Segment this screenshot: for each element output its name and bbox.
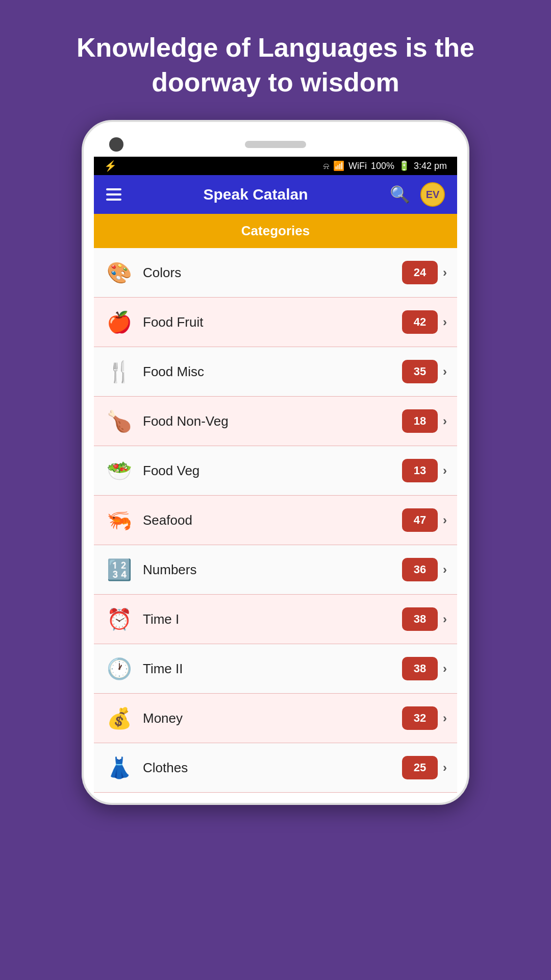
list-item[interactable]: 🍴 Food Misc 35 ›	[94, 347, 457, 397]
phone-camera	[109, 137, 123, 152]
category-icon-5: 🦐	[104, 505, 135, 535]
category-count-2: 35	[402, 360, 438, 383]
chevron-right-icon: ›	[443, 513, 447, 527]
category-icon-6: 🔢	[104, 554, 135, 585]
list-item[interactable]: 🥗 Food Veg 13 ›	[94, 446, 457, 496]
chevron-right-icon: ›	[443, 612, 447, 626]
app-title: Speak Catalan	[203, 186, 308, 203]
category-count-8: 38	[402, 657, 438, 680]
phone-notch	[94, 132, 457, 157]
category-label-7: Time I	[143, 611, 402, 627]
signal-icon: 📶	[333, 160, 344, 172]
category-label-2: Food Misc	[143, 364, 402, 380]
category-label-1: Food Fruit	[143, 314, 402, 330]
category-icon-2: 🍴	[104, 356, 135, 387]
status-left: ⚡	[104, 160, 117, 172]
chevron-right-icon: ›	[443, 761, 447, 775]
app-bar-icons: 🔍 EV	[390, 182, 445, 207]
category-icon-8: 🕐	[104, 653, 135, 684]
category-count-7: 38	[402, 607, 438, 631]
bluetooth-icon: ⍾	[323, 161, 329, 172]
list-item[interactable]: 🍗 Food Non-Veg 18 ›	[94, 397, 457, 446]
battery-level: 100%	[371, 161, 394, 172]
chevron-right-icon: ›	[443, 315, 447, 329]
status-right: ⍾ 📶 WiFi 100% 🔋 3:42 pm	[323, 160, 447, 172]
chevron-right-icon: ›	[443, 463, 447, 478]
chevron-right-icon: ›	[443, 711, 447, 725]
hero-section: Knowledge of Languages is the doorway to…	[0, 0, 551, 120]
category-count-5: 47	[402, 508, 438, 532]
list-item[interactable]: 🦐 Seafood 47 ›	[94, 496, 457, 545]
list-item[interactable]: 🎨 Colors 24 ›	[94, 248, 457, 298]
app-bar: Speak Catalan 🔍 EV	[94, 175, 457, 214]
category-icon-10: 👗	[104, 752, 135, 783]
category-count-9: 32	[402, 706, 438, 730]
time-display: 3:42 pm	[414, 161, 447, 172]
chevron-right-icon: ›	[443, 265, 447, 280]
category-count-10: 25	[402, 756, 438, 779]
category-icon-7: ⏰	[104, 604, 135, 634]
search-icon[interactable]: 🔍	[390, 185, 410, 204]
category-label-5: Seafood	[143, 512, 402, 528]
usb-icon: ⚡	[104, 160, 117, 172]
battery-icon: 🔋	[398, 160, 410, 172]
category-icon-0: 🎨	[104, 257, 135, 288]
chevron-right-icon: ›	[443, 662, 447, 676]
category-label-6: Numbers	[143, 562, 402, 578]
category-count-3: 18	[402, 409, 438, 433]
list-item[interactable]: 👗 Clothes 25 ›	[94, 743, 457, 793]
category-icon-3: 🍗	[104, 406, 135, 436]
wifi-icon: WiFi	[348, 161, 367, 172]
category-count-6: 36	[402, 558, 438, 581]
chevron-right-icon: ›	[443, 364, 447, 379]
category-count-4: 13	[402, 459, 438, 482]
status-bar: ⚡ ⍾ 📶 WiFi 100% 🔋 3:42 pm	[94, 157, 457, 175]
category-icon-9: 💰	[104, 703, 135, 733]
category-count-0: 24	[402, 261, 438, 284]
list-item[interactable]: ⏰ Time I 38 ›	[94, 595, 457, 644]
category-label-3: Food Non-Veg	[143, 413, 402, 429]
category-label-4: Food Veg	[143, 463, 402, 479]
ev-badge[interactable]: EV	[420, 182, 445, 207]
chevron-right-icon: ›	[443, 562, 447, 577]
list-item[interactable]: 🍎 Food Fruit 42 ›	[94, 298, 457, 347]
category-icon-1: 🍎	[104, 307, 135, 337]
hero-text: Knowledge of Languages is the doorway to…	[0, 0, 551, 120]
categories-bar: Categories	[94, 214, 457, 248]
category-label-10: Clothes	[143, 760, 402, 776]
phone-speaker	[245, 141, 306, 148]
list-item[interactable]: 🔢 Numbers 36 ›	[94, 545, 457, 595]
category-list: 🎨 Colors 24 › 🍎 Food Fruit 42 › 🍴 Food M…	[94, 248, 457, 793]
menu-button[interactable]	[106, 188, 121, 201]
category-label-9: Money	[143, 710, 402, 726]
chevron-right-icon: ›	[443, 414, 447, 428]
category-icon-4: 🥗	[104, 455, 135, 486]
category-label-8: Time II	[143, 661, 402, 677]
list-item[interactable]: 🕐 Time II 38 ›	[94, 644, 457, 694]
category-label-0: Colors	[143, 265, 402, 281]
list-item[interactable]: 💰 Money 32 ›	[94, 694, 457, 743]
category-count-1: 42	[402, 310, 438, 334]
phone-frame: ⚡ ⍾ 📶 WiFi 100% 🔋 3:42 pm Speak Catalan …	[82, 120, 469, 805]
